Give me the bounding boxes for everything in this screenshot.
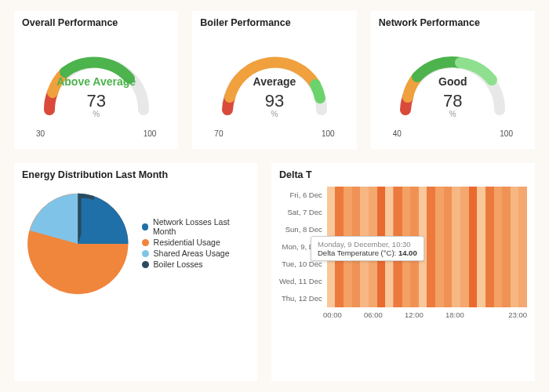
heat-cell[interactable]: [494, 204, 503, 221]
heat-cell[interactable]: [360, 187, 369, 204]
heat-cell[interactable]: [518, 273, 527, 290]
heat-cell[interactable]: [469, 256, 478, 273]
heat-cell[interactable]: [402, 290, 411, 307]
heat-cell[interactable]: [477, 238, 485, 256]
heat-cell[interactable]: [394, 204, 402, 221]
heat-cell[interactable]: [344, 273, 352, 290]
heat-cell[interactable]: [452, 187, 460, 204]
heat-cell[interactable]: [511, 221, 519, 238]
heat-cell[interactable]: [469, 187, 478, 204]
heat-cell[interactable]: [485, 204, 494, 221]
heat-cell[interactable]: [452, 238, 460, 256]
heat-cell[interactable]: [427, 273, 435, 290]
heatmap[interactable]: Fri, 6 Dec Sat, 7 Dec Sun, 8 Dec Mon, 9,…: [279, 187, 527, 307]
heat-cell[interactable]: [502, 238, 511, 256]
heat-cell[interactable]: [518, 204, 527, 221]
heat-cell[interactable]: [369, 290, 377, 307]
heat-cell[interactable]: [410, 290, 419, 307]
heat-cell[interactable]: [444, 238, 453, 256]
heat-cell[interactable]: [511, 187, 519, 204]
heat-cell[interactable]: [402, 273, 411, 290]
heat-cell[interactable]: [469, 204, 478, 221]
heat-cell[interactable]: [352, 204, 361, 221]
heat-cell[interactable]: [410, 204, 419, 221]
heat-cell[interactable]: [335, 273, 344, 290]
heat-cell[interactable]: [511, 204, 519, 221]
heat-cell[interactable]: [477, 256, 485, 273]
heat-cell[interactable]: [485, 256, 494, 273]
heat-cell[interactable]: [402, 204, 411, 221]
heat-cell[interactable]: [419, 187, 427, 204]
heat-cell[interactable]: [485, 273, 494, 290]
heat-cell[interactable]: [360, 204, 369, 221]
heat-cell[interactable]: [427, 187, 435, 204]
heat-cell[interactable]: [494, 187, 503, 204]
heat-cell[interactable]: [327, 290, 336, 307]
heat-cell[interactable]: [435, 238, 444, 256]
heat-cell[interactable]: [494, 221, 503, 238]
heat-cell[interactable]: [444, 187, 453, 204]
heat-cell[interactable]: [502, 273, 511, 290]
legend-item[interactable]: Residential Usage: [142, 238, 249, 247]
heat-cell[interactable]: [369, 273, 377, 290]
heat-cell[interactable]: [410, 273, 419, 290]
heat-cell[interactable]: [494, 273, 503, 290]
heat-cell[interactable]: [410, 187, 419, 204]
heat-cell[interactable]: [335, 204, 344, 221]
heat-cell[interactable]: [344, 204, 352, 221]
heat-cell[interactable]: [494, 256, 503, 273]
heat-cell[interactable]: [444, 290, 453, 307]
heat-cell[interactable]: [427, 221, 435, 238]
pie-chart-icon[interactable]: [22, 185, 134, 303]
legend-item[interactable]: Network Losses Last Month: [142, 217, 249, 236]
heat-cell[interactable]: [485, 221, 494, 238]
heat-cell[interactable]: [344, 290, 352, 307]
heat-cell[interactable]: [435, 204, 444, 221]
heat-cell[interactable]: [402, 187, 411, 204]
gauge[interactable]: Above Average 73 % 30 100: [22, 31, 170, 141]
legend-item[interactable]: Boiler Losses: [142, 260, 249, 269]
gauge[interactable]: Average 93 % 70 100: [200, 31, 348, 141]
heat-cell[interactable]: [502, 221, 511, 238]
heat-cell[interactable]: [477, 204, 485, 221]
heat-cell[interactable]: [469, 221, 478, 238]
heat-cell[interactable]: [419, 273, 427, 290]
heat-cell[interactable]: [518, 256, 527, 273]
heat-cell[interactable]: [460, 256, 469, 273]
heat-cell[interactable]: [460, 290, 469, 307]
heat-cell[interactable]: [435, 273, 444, 290]
heat-cell[interactable]: [427, 290, 435, 307]
heat-cell[interactable]: [452, 256, 460, 273]
heat-cell[interactable]: [460, 273, 469, 290]
heat-cell[interactable]: [452, 204, 460, 221]
heat-cell[interactable]: [477, 187, 485, 204]
heat-cell[interactable]: [477, 273, 485, 290]
heat-cell[interactable]: [511, 238, 519, 256]
heat-cell[interactable]: [518, 238, 527, 256]
heat-cell[interactable]: [327, 204, 336, 221]
heat-cell[interactable]: [452, 273, 460, 290]
heat-cell[interactable]: [352, 290, 361, 307]
heat-cell[interactable]: [435, 187, 444, 204]
heat-cell[interactable]: [452, 290, 460, 307]
heat-cell[interactable]: [327, 273, 336, 290]
heat-cell[interactable]: [485, 238, 494, 256]
heat-cell[interactable]: [444, 273, 453, 290]
heat-cell[interactable]: [427, 204, 435, 221]
heat-cell[interactable]: [394, 290, 402, 307]
heat-cell[interactable]: [419, 204, 427, 221]
heat-cell[interactable]: [485, 290, 494, 307]
heat-cell[interactable]: [460, 238, 469, 256]
heat-cell[interactable]: [518, 187, 527, 204]
heat-cell[interactable]: [335, 187, 344, 204]
heat-cell[interactable]: [394, 187, 402, 204]
heat-cell[interactable]: [360, 273, 369, 290]
heat-cell[interactable]: [469, 273, 478, 290]
legend-item[interactable]: Shared Areas Usage: [142, 249, 249, 258]
heat-cell[interactable]: [369, 187, 377, 204]
heat-cell[interactable]: [502, 187, 511, 204]
heat-cell[interactable]: [344, 187, 352, 204]
heat-cell[interactable]: [494, 290, 503, 307]
heat-cell[interactable]: [377, 204, 386, 221]
heat-cell[interactable]: [435, 256, 444, 273]
